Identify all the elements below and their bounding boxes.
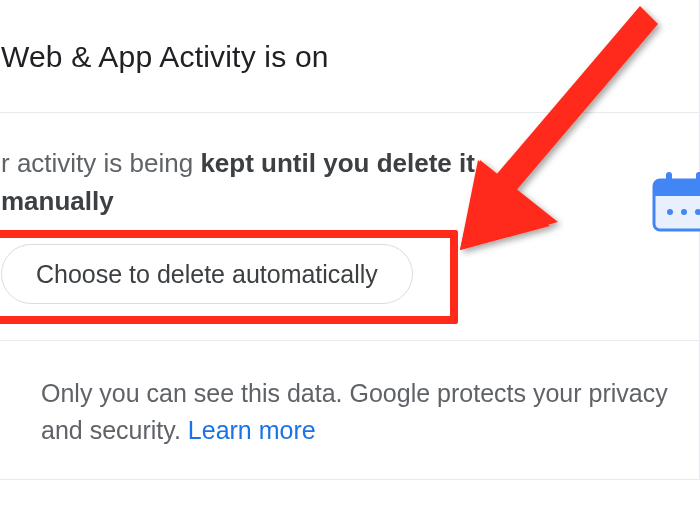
svg-rect-4 — [696, 172, 700, 188]
settings-card: Web & App Activity is on r activity is b… — [0, 0, 700, 480]
page-title: Web & App Activity is on — [1, 40, 669, 74]
svg-rect-2 — [654, 190, 700, 196]
activity-prefix: r activity is being — [1, 148, 200, 178]
privacy-section: Only you can see this data. Google prote… — [0, 341, 699, 479]
learn-more-link[interactable]: Learn more — [188, 416, 316, 444]
svg-point-6 — [681, 209, 687, 215]
privacy-body: Only you can see this data. Google prote… — [41, 379, 668, 444]
svg-point-5 — [667, 209, 673, 215]
activity-status-text: r activity is being kept until you delet… — [1, 145, 561, 220]
privacy-text: Only you can see this data. Google prote… — [41, 375, 669, 449]
svg-rect-3 — [666, 172, 672, 188]
choose-auto-delete-button[interactable]: Choose to delete automatically — [1, 244, 413, 304]
activity-section: r activity is being kept until you delet… — [0, 113, 699, 341]
header-section: Web & App Activity is on — [0, 0, 699, 113]
calendar-icon — [648, 168, 700, 240]
